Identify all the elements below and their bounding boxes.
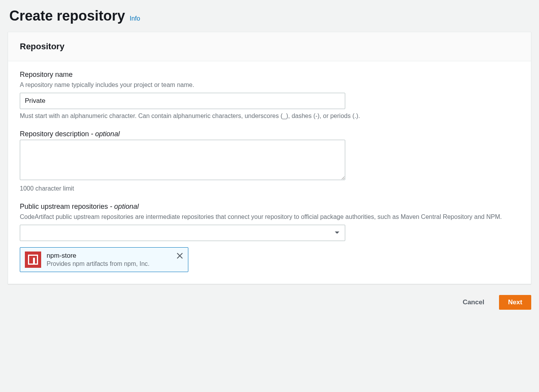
close-icon (176, 252, 183, 259)
token-title: npm-store (47, 252, 183, 260)
repository-description-label-text: Repository description (20, 130, 89, 138)
token-remove-button[interactable] (176, 252, 184, 260)
repository-name-hint: A repository name typically includes you… (20, 80, 519, 90)
repository-description-helper: 1000 character limit (20, 184, 519, 193)
next-button[interactable]: Next (499, 295, 531, 310)
upstream-select-wrapper (20, 225, 345, 241)
panel-body: Repository name A repository name typica… (8, 61, 531, 284)
repository-name-label: Repository name (20, 71, 519, 79)
footer-actions: Cancel Next (8, 293, 531, 311)
cancel-button[interactable]: Cancel (454, 295, 493, 309)
repository-name-input[interactable] (20, 93, 345, 109)
repository-panel: Repository Repository name A repository … (8, 32, 531, 284)
token-content: npm-store Provides npm artifacts from np… (47, 252, 183, 267)
repository-description-input[interactable] (20, 140, 345, 180)
upstream-group: Public upstream repositories - optional … (20, 203, 519, 272)
svg-rect-2 (33, 258, 35, 264)
optional-suffix: - optional (108, 203, 139, 210)
repository-description-group: Repository description - optional 1000 c… (20, 130, 519, 193)
page-header: Create repository Info (9, 8, 531, 24)
upstream-select[interactable] (20, 225, 345, 241)
npm-icon (25, 252, 41, 268)
repository-description-label: Repository description - optional (20, 130, 519, 138)
upstream-token-npm-store: npm-store Provides npm artifacts from np… (20, 247, 188, 272)
panel-title: Repository (20, 42, 519, 52)
repository-name-helper: Must start with an alphanumeric characte… (20, 111, 519, 121)
optional-suffix: - optional (89, 130, 120, 138)
upstream-label: Public upstream repositories - optional (20, 203, 519, 211)
panel-header: Repository (8, 32, 531, 61)
info-link[interactable]: Info (130, 15, 140, 22)
upstream-hint: CodeArtifact public upstream repositorie… (20, 212, 519, 222)
token-description: Provides npm artifacts from npm, Inc. (47, 260, 183, 267)
repository-name-group: Repository name A repository name typica… (20, 71, 519, 121)
upstream-label-text: Public upstream repositories (20, 203, 108, 210)
page-title: Create repository (9, 8, 125, 24)
